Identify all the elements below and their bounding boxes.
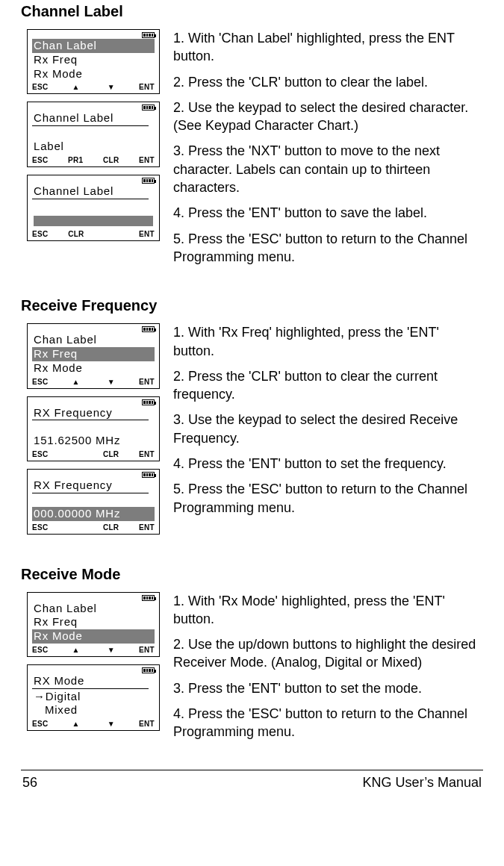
section-receive-frequency: Receive Frequency Chan Label Rx Freq Rx …	[21, 294, 483, 541]
step-text: 2. Use the keypad to select the desired …	[173, 99, 483, 135]
softkey-up[interactable]: ▲	[69, 646, 84, 654]
input-highlight-bar	[34, 216, 153, 226]
softkey-row: ESC PR1 CLR ENT	[28, 155, 159, 166]
step-text: 3. Use the keypad to select the desired …	[173, 411, 483, 447]
softkey-esc[interactable]: ESC	[32, 646, 48, 654]
battery-icon	[142, 178, 155, 184]
menu-item: Mixed	[32, 703, 155, 717]
screen-rm-1: Chan Label Rx Freq Rx Mode ESC ▲ ▼ ENT	[27, 592, 160, 657]
battery-icon	[142, 399, 155, 405]
screens-receive-frequency: Chan Label Rx Freq Rx Mode ESC ▲ ▼ ENT R…	[21, 323, 163, 541]
section-channel-label: Channel Label Chan Label Rx Freq Rx Mode…	[21, 0, 483, 273]
step-text: 3. Press the 'NXT' button to move to the…	[173, 142, 483, 196]
softkey-blank	[68, 450, 83, 458]
menu-item: →Digital	[32, 690, 155, 704]
softkey-esc[interactable]: ESC	[32, 83, 48, 91]
screen-rm-2: RX Mode →Digital Mixed ESC ▲ ▼ ENT	[27, 664, 160, 731]
softkey-clr[interactable]: CLR	[68, 230, 84, 238]
softkey-up[interactable]: ▲	[69, 378, 84, 386]
softkey-clr[interactable]: CLR	[103, 523, 119, 532]
softkey-row: ESC CLR ENT	[28, 449, 159, 461]
softkey-esc[interactable]: ESC	[32, 156, 48, 164]
screens-channel-label: Chan Label Rx Freq Rx Mode ESC ▲ ▼ ENT C…	[21, 29, 163, 249]
screen-title: RX Frequency	[32, 479, 149, 493]
softkey-row: ESC ▲ ▼ ENT	[28, 82, 159, 93]
softkey-row: ESC ▲ ▼ ENT	[28, 645, 159, 656]
step-text: 3. Press the 'ENT' button to set the mod…	[173, 679, 483, 697]
battery-icon	[142, 667, 155, 673]
battery-icon	[142, 32, 155, 38]
softkey-blank	[68, 523, 83, 532]
menu-item: Rx Freq	[32, 347, 155, 361]
screen-value: Label	[32, 140, 155, 154]
softkey-esc[interactable]: ESC	[32, 450, 48, 458]
softkey-clr[interactable]: CLR	[103, 156, 119, 164]
screens-receive-mode: Chan Label Rx Freq Rx Mode ESC ▲ ▼ ENT R…	[21, 592, 163, 739]
manual-title: KNG User’s Manual	[363, 775, 482, 791]
steps-receive-frequency: 1. With 'Rx Freq' highlighted, press the…	[163, 323, 483, 524]
softkey-down[interactable]: ▼	[104, 83, 119, 91]
step-text: 1. With 'Rx Freq' highlighted, press the…	[173, 323, 483, 360]
softkey-row: ESC ▲ ▼ ENT	[28, 377, 159, 388]
heading-receive-frequency: Receive Frequency	[21, 294, 483, 314]
blank-line	[32, 494, 155, 507]
step-text: 5. Press the 'ESC' button to return to t…	[173, 480, 483, 517]
softkey-esc[interactable]: ESC	[32, 378, 48, 386]
step-text: 4. Press the 'ESC' button to return to t…	[173, 705, 483, 741]
screen-title: RX Mode	[32, 674, 149, 689]
blank-line	[32, 127, 155, 140]
softkey-clr[interactable]: CLR	[103, 450, 119, 458]
screen-title: Channel Label	[32, 184, 149, 199]
step-text: 1. With 'Chan Label' highlighted, press …	[173, 29, 483, 66]
menu-item: Rx Mode	[32, 361, 155, 376]
softkey-down[interactable]: ▼	[104, 378, 119, 386]
screen-rf-2: RX Frequency 151.62500 MHz ESC CLR ENT	[27, 396, 160, 462]
step-text: 2. Press the 'CLR' button to clear the c…	[173, 367, 483, 404]
softkey-ent[interactable]: ENT	[139, 646, 155, 654]
battery-icon	[142, 595, 155, 601]
softkey-row: ESC ▲ ▼ ENT	[28, 719, 159, 730]
screen-cl-1: Chan Label Rx Freq Rx Mode ESC ▲ ▼ ENT	[27, 29, 160, 94]
menu-item: Rx Freq	[32, 615, 155, 629]
softkey-esc[interactable]: ESC	[32, 230, 48, 238]
battery-icon	[142, 472, 155, 478]
softkey-ent[interactable]: ENT	[139, 450, 155, 458]
step-text: 1. With 'Rx Mode' highlighted, press the…	[173, 592, 483, 629]
screen-cl-2: Channel Label Label ESC PR1 CLR ENT	[27, 102, 160, 167]
softkey-ent[interactable]: ENT	[139, 378, 155, 386]
step-text: 4. Press the 'ENT' button to save the la…	[173, 204, 483, 222]
softkey-ent[interactable]: ENT	[139, 523, 155, 532]
screen-rf-3: RX Frequency 000.00000 MHz ESC CLR ENT	[27, 469, 160, 535]
heading-channel-label: Channel Label	[21, 0, 483, 20]
softkey-pr1[interactable]: PR1	[68, 156, 83, 164]
menu-item: Rx Mode	[32, 67, 155, 81]
screen-value: 151.62500 MHz	[32, 434, 155, 448]
softkey-blank	[104, 230, 119, 238]
page-footer: 56 KNG User’s Manual	[21, 770, 483, 801]
menu-item: Chan Label	[32, 333, 155, 347]
section-receive-mode: Receive Mode Chan Label Rx Freq Rx Mode …	[21, 563, 483, 749]
softkey-up[interactable]: ▲	[69, 720, 84, 728]
steps-channel-label: 1. With 'Chan Label' highlighted, press …	[163, 29, 483, 273]
screen-value: 000.00000 MHz	[32, 507, 155, 521]
step-text: 2. Press the 'CLR' button to clear the l…	[173, 73, 483, 91]
softkey-ent[interactable]: ENT	[139, 230, 155, 238]
softkey-esc[interactable]: ESC	[32, 720, 48, 728]
steps-receive-mode: 1. With 'Rx Mode' highlighted, press the…	[163, 592, 483, 749]
softkey-down[interactable]: ▼	[104, 646, 119, 654]
softkey-down[interactable]: ▼	[104, 720, 119, 728]
softkey-ent[interactable]: ENT	[139, 720, 155, 728]
softkey-ent[interactable]: ENT	[139, 83, 155, 91]
battery-icon	[142, 326, 155, 332]
screen-title: RX Frequency	[32, 406, 149, 421]
softkey-up[interactable]: ▲	[69, 83, 84, 91]
softkey-ent[interactable]: ENT	[139, 156, 155, 164]
screen-title: Channel Label	[32, 111, 149, 126]
heading-receive-mode: Receive Mode	[21, 563, 483, 583]
blank-line	[32, 200, 155, 213]
screen-rf-1: Chan Label Rx Freq Rx Mode ESC ▲ ▼ ENT	[27, 323, 160, 388]
softkey-row: ESC CLR ENT	[28, 229, 159, 240]
menu-item: Chan Label	[32, 39, 155, 53]
softkey-esc[interactable]: ESC	[32, 523, 48, 532]
menu-item: Rx Mode	[32, 629, 155, 644]
